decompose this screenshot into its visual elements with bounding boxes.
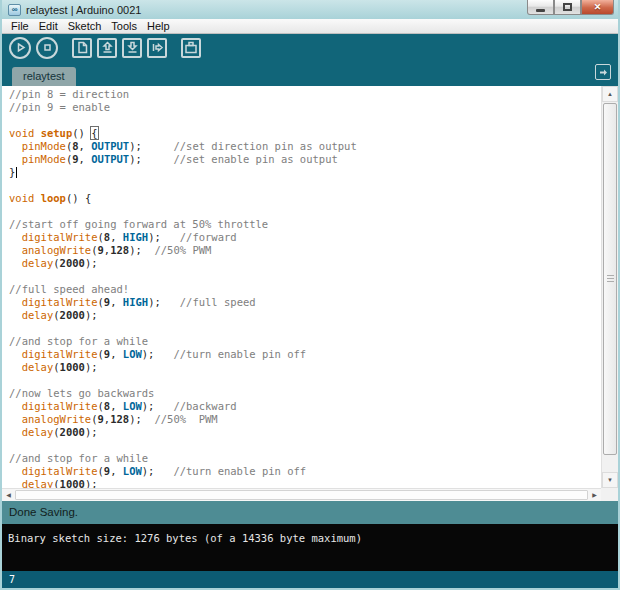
code-line: void loop() { [9,192,601,205]
code-line: //pin 9 = enable [9,101,601,114]
maximize-button[interactable] [554,0,581,15]
right-arrow-icon [151,41,164,54]
tab-menu-arrow-icon [599,68,608,77]
menu-item-file[interactable]: File [6,19,34,33]
code-line [9,205,601,218]
play-icon [14,41,27,54]
footer-line-indicator: 7 [2,571,618,588]
menu-item-edit[interactable]: Edit [34,19,63,33]
code-area[interactable]: //pin 8 = direction//pin 9 = enable void… [2,86,601,488]
code-line [9,114,601,127]
code-line [9,439,601,452]
close-button[interactable]: ✕ [581,0,614,15]
window-controls: ✕ [527,0,614,15]
code-line: delay(2000); [9,309,601,322]
code-line: delay(1000); [9,361,601,374]
code-line: } [9,166,601,179]
code-line: //start off going forward at 50% throttl… [9,218,601,231]
serial-monitor-icon [184,41,198,54]
scroll-up-button[interactable]: ▲ [602,86,618,102]
window-title: relaytest | Arduino 0021 [26,4,141,16]
toolbar [2,34,618,61]
code-line: analogWrite(9,128); //50% PWM [9,244,601,257]
maximize-icon [563,3,572,11]
text-caret [16,167,17,178]
code-line: //and stop for a while [9,452,601,465]
new-sketch-button[interactable] [72,38,92,58]
minimize-button[interactable] [527,0,554,15]
code-line: //pin 8 = direction [9,88,601,101]
scroll-right-button[interactable]: ▶ [588,489,601,501]
titlebar[interactable]: ∞ relaytest | Arduino 0021 ✕ [2,0,618,19]
app-icon: ∞ [8,4,21,16]
tabbar: relaytest [2,61,618,86]
minimize-icon [536,9,545,12]
open-sketch-button[interactable] [97,38,117,58]
status-message: Done Saving. [9,506,78,518]
current-line-number: 7 [9,574,15,585]
code-editor: //pin 8 = direction//pin 9 = enable void… [2,86,618,501]
code-line: pinMode(8, OUTPUT); //set direction pin … [9,140,601,153]
scrollbar-corner [601,488,618,501]
code-line: digitalWrite(8, HIGH); //forward [9,231,601,244]
scroll-down-button[interactable]: ▼ [602,472,618,488]
console-output: Binary sketch size: 1276 bytes (of a 143… [2,524,618,571]
code-line: //now lets go backwards [9,387,601,400]
horizontal-scrollbar[interactable]: ◀ ▶ [2,488,601,501]
status-bar: Done Saving. [2,501,618,524]
code-line: digitalWrite(9, HIGH); //full speed [9,296,601,309]
code-line [9,270,601,283]
serial-monitor-button[interactable] [181,38,201,58]
arduino-ide-window: ∞ relaytest | Arduino 0021 ✕ FileEditSke… [0,0,620,590]
up-arrow-icon [101,41,114,54]
code-line: //and stop for a while [9,335,601,348]
vertical-scrollbar[interactable]: ▲ ▼ [601,86,618,488]
stop-button[interactable] [36,37,58,59]
code-line: //full speed ahead! [9,283,601,296]
scroll-left-button[interactable]: ◀ [2,489,15,501]
upload-button[interactable] [147,38,167,58]
code-line: digitalWrite(9, LOW); //turn enable pin … [9,465,601,478]
code-line [9,179,601,192]
code-line: digitalWrite(8, LOW); //backward [9,400,601,413]
down-arrow-icon [126,41,139,54]
menu-item-sketch[interactable]: Sketch [63,19,107,33]
verify-button[interactable] [9,37,31,59]
menu-item-tools[interactable]: Tools [106,19,142,33]
code-line: delay(2000); [9,426,601,439]
stop-icon [41,41,54,54]
menu-item-help[interactable]: Help [142,19,175,33]
code-line: delay(1000); [9,478,601,488]
code-line: void setup() { [9,127,601,140]
code-line [9,374,601,387]
tab-menu-button[interactable] [595,64,611,80]
save-sketch-button[interactable] [122,38,142,58]
horizontal-scroll-thumb[interactable] [15,490,588,500]
code-line [9,322,601,335]
console-message: Binary sketch size: 1276 bytes (of a 143… [8,532,362,544]
close-icon: ✕ [594,2,602,12]
vertical-scroll-thumb[interactable] [603,103,617,455]
code-line: delay(2000); [9,257,601,270]
new-document-icon [76,41,89,54]
code-line: analogWrite(9,128); //50% PWM [9,413,601,426]
code-line: pinMode(9, OUTPUT); //set enable pin as … [9,153,601,166]
menubar: FileEditSketchToolsHelp [2,19,618,34]
tab-relaytest[interactable]: relaytest [12,67,76,86]
code-line: digitalWrite(9, LOW); //turn enable pin … [9,348,601,361]
